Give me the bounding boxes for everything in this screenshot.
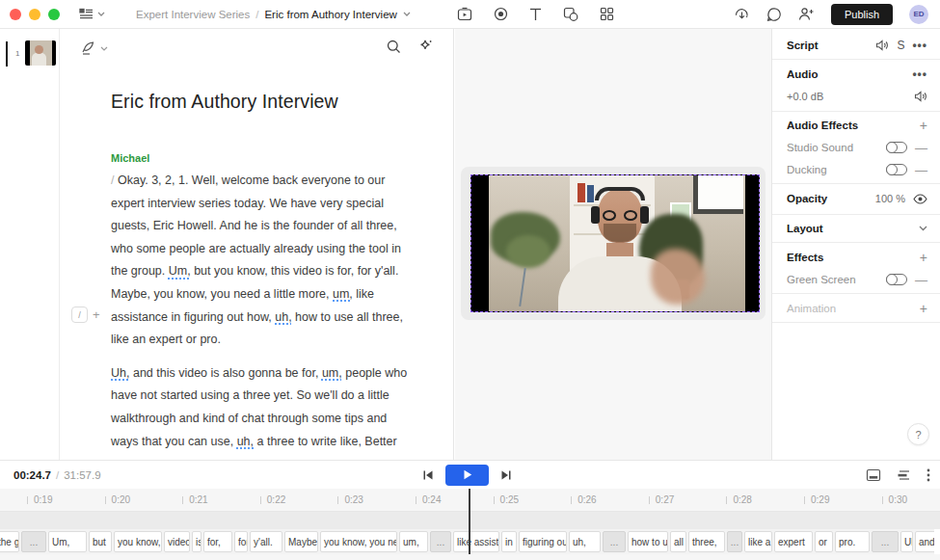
word-block[interactable]: and this v — [915, 531, 934, 552]
word-block[interactable]: the gro — [0, 531, 19, 552]
transcript-segment[interactable]: like — [353, 287, 374, 301]
filler-word[interactable]: Uh, — [111, 366, 129, 380]
script-more-icon[interactable]: ••• — [912, 39, 927, 52]
playhead[interactable] — [469, 489, 470, 554]
skip-back-icon[interactable] — [422, 469, 434, 481]
layout-templates-icon[interactable] — [600, 7, 614, 21]
video-layer-selected[interactable] — [470, 174, 760, 312]
skip-forward-icon[interactable] — [500, 469, 512, 481]
timeline-more-menu-icon[interactable] — [927, 468, 930, 482]
comments-icon[interactable] — [766, 7, 782, 22]
speaker-label[interactable]: Michael — [111, 152, 149, 164]
word-block[interactable]: pro. — [835, 531, 870, 552]
add-effect-icon[interactable]: + — [920, 250, 927, 265]
transcript-line[interactable]: ways that you can use, uh, a three to wr… — [111, 431, 419, 454]
remove-green-screen-icon[interactable]: — — [915, 273, 927, 287]
word-block[interactable]: in — [501, 531, 517, 552]
transcript-segment[interactable]: a three to write like, Better — [254, 435, 397, 448]
transcript-line[interactable]: expert interview series today. We have v… — [111, 193, 419, 216]
ducking-toggle[interactable] — [886, 164, 907, 175]
transcript-segment[interactable]: but you know, this video is for, for y'a… — [191, 264, 399, 278]
add-block-button[interactable]: + — [93, 308, 100, 321]
layout-row[interactable]: Layout — [787, 219, 927, 238]
word-block[interactable]: you know, you need a l — [320, 531, 397, 552]
transcript-segment[interactable]: assistance in figuring out how, — [111, 310, 275, 324]
audio-gain-value[interactable]: +0.0 dB — [787, 91, 823, 102]
scene-thumbnail[interactable] — [25, 40, 56, 66]
remove-studio-sound-icon[interactable]: — — [915, 141, 927, 155]
invite-person-icon[interactable] — [798, 7, 815, 21]
transcript-text[interactable]: / Okay. 3, 2, 1. Well, welcome back ever… — [111, 170, 419, 460]
breadcrumb-project[interactable]: Expert Interview Series — [136, 9, 250, 20]
search-icon[interactable] — [387, 40, 401, 54]
play-button[interactable] — [445, 465, 489, 486]
media-capture-icon[interactable] — [457, 7, 472, 21]
add-audio-effect-icon[interactable]: + — [920, 118, 927, 133]
audio-more-icon[interactable]: ••• — [912, 67, 927, 81]
word-block[interactable]: y'all. — [250, 531, 282, 552]
transcript-segment[interactable]: walkthrough and kind of chat through som… — [111, 412, 387, 425]
chevron-down-icon[interactable] — [919, 226, 927, 231]
filler-word[interactable]: um, — [333, 287, 353, 301]
transcript-segment[interactable]: like an expert or pro. — [111, 333, 221, 346]
chevron-down-icon[interactable] — [100, 46, 108, 51]
transcript-line[interactable]: walkthrough and kind of chat through som… — [111, 408, 419, 431]
transcript-segment[interactable]: the group. — [111, 264, 169, 278]
word-block[interactable]: for, — [203, 531, 232, 552]
transcript-segment[interactable]: how to use all three, — [292, 310, 403, 324]
word-block[interactable]: three, — [688, 531, 725, 552]
word-block[interactable]: or — [815, 531, 833, 552]
shapes-tool-icon[interactable] — [563, 7, 578, 21]
record-icon[interactable] — [494, 7, 508, 21]
transcript-segment[interactable]: people who — [342, 366, 407, 380]
ai-actions-icon[interactable] — [418, 39, 434, 54]
transcript-line[interactable]: the group. Um, but you know, this video … — [111, 260, 419, 283]
speaker-volume-icon[interactable] — [875, 40, 889, 51]
word-block[interactable]: Um, — [48, 531, 87, 552]
track-height-icon[interactable] — [897, 469, 911, 481]
speaker-volume-icon[interactable] — [914, 91, 927, 102]
close-window-button[interactable] — [10, 9, 21, 20]
collapsed-filler-block[interactable]: ... — [430, 531, 451, 552]
transcript-segment[interactable]: ways that you can use, — [111, 435, 237, 448]
transcript-line[interactable]: / Okay. 3, 2, 1. Well, welcome back ever… — [111, 170, 419, 193]
transcript-segment[interactable]: expert interview series today. We have v… — [111, 197, 384, 210]
transcript-segment[interactable]: and this video is also gonna be for, — [129, 366, 321, 380]
breadcrumb-document[interactable]: Eric from Authory Interview — [264, 9, 396, 20]
transcript-line[interactable]: like an expert or pro. — [111, 329, 419, 352]
opacity-value[interactable]: 100 % — [875, 193, 905, 204]
scene-item-1[interactable]: 1 — [0, 40, 60, 67]
transcript-line[interactable]: have not started using a three yet. So w… — [111, 385, 419, 408]
word-block[interactable]: figuring out h — [519, 531, 567, 552]
speaker-gap-marker[interactable]: / — [111, 173, 118, 187]
collapsed-filler-block[interactable]: ... — [727, 531, 742, 552]
transcript-segment[interactable]: have not started using a three yet. So w… — [111, 388, 389, 402]
transcript-line[interactable]: who some people are actually already usi… — [111, 238, 419, 261]
word-block[interactable]: how to use — [628, 531, 668, 552]
transcript-line[interactable]: guests, Eric Howell. And he is the found… — [111, 215, 419, 238]
transcript-segment[interactable]: Okay. 3, 2, 1. Well, welcome back everyo… — [118, 173, 385, 187]
word-block[interactable]: expert — [774, 531, 813, 552]
zoom-window-button[interactable] — [48, 9, 60, 20]
word-block[interactable]: for — [234, 531, 248, 552]
word-block[interactable]: all — [670, 531, 686, 552]
add-animation-icon[interactable]: + — [920, 301, 927, 316]
document-title[interactable]: Eric from Authory Interview — [111, 91, 338, 113]
word-block[interactable]: uh, — [569, 531, 601, 552]
word-block[interactable]: you know, th — [114, 531, 162, 552]
publish-button[interactable]: Publish — [831, 4, 893, 25]
chevron-down-icon[interactable] — [403, 12, 411, 16]
visibility-eye-icon[interactable] — [913, 194, 927, 204]
studio-sound-toggle[interactable] — [886, 142, 907, 153]
script-sync-icon[interactable]: S — [897, 39, 904, 52]
collapsed-filler-block[interactable]: ... — [21, 531, 46, 552]
word-block[interactable]: like a — [744, 531, 772, 552]
slash-command-button[interactable]: / — [71, 307, 88, 323]
filler-word[interactable]: uh, — [275, 310, 291, 324]
collapsed-filler-block[interactable]: ... — [872, 531, 899, 552]
transcript-paragraph[interactable]: / Okay. 3, 2, 1. Well, welcome back ever… — [111, 170, 419, 352]
green-screen-toggle[interactable] — [886, 274, 907, 285]
transcript-line[interactable]: Uh, and this video is also gonna be for,… — [111, 362, 419, 386]
text-tool-icon[interactable] — [529, 8, 542, 21]
filler-word[interactable]: Um, — [169, 264, 191, 278]
